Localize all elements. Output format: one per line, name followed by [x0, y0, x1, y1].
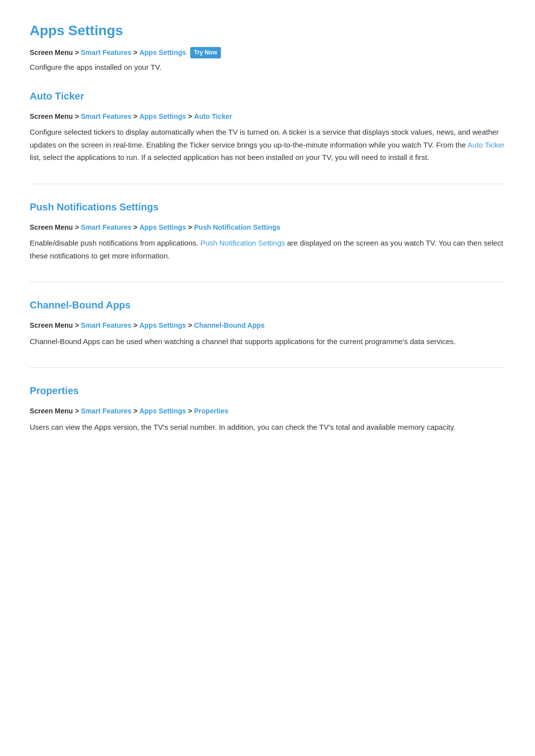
props-bc-sep3: >: [188, 405, 192, 416]
channel-bc-smart-features[interactable]: Smart Features: [81, 320, 131, 331]
push-bc-last[interactable]: Push Notification Settings: [194, 222, 280, 233]
push-body-link[interactable]: Push Notification Settings: [200, 239, 285, 247]
section-channel-bound-breadcrumb: Screen Menu > Smart Features > Apps Sett…: [30, 320, 505, 331]
auto-ticker-bc-sep1: >: [75, 111, 79, 122]
section-properties-body: Users can view the Apps version, the TV'…: [30, 421, 505, 434]
channel-bc-sep3: >: [188, 320, 192, 331]
push-bc-smart-features[interactable]: Smart Features: [81, 222, 131, 233]
section-properties: Properties Screen Menu > Smart Features …: [30, 383, 505, 433]
section-auto-ticker-title: Auto Ticker: [30, 88, 505, 104]
section-channel-bound-apps: Channel-Bound Apps Screen Menu > Smart F…: [30, 297, 505, 348]
section-push-notifications-body: Enable/disable push notifications from a…: [30, 237, 505, 262]
divider-3: [30, 367, 505, 368]
push-bc-sep1: >: [75, 222, 79, 233]
push-body-text1: Enable/disable push notifications from a…: [30, 239, 200, 247]
breadcrumb-apps-settings[interactable]: Apps Settings: [139, 47, 186, 58]
push-bc-screen-menu: Screen Menu: [30, 222, 73, 233]
channel-bc-sep2: >: [133, 320, 137, 331]
breadcrumb-sep2: >: [133, 47, 137, 58]
breadcrumb: Screen Menu > Smart Features > Apps Sett…: [30, 47, 505, 58]
channel-bc-screen-menu: Screen Menu: [30, 320, 73, 331]
props-bc-sep2: >: [133, 405, 137, 416]
breadcrumb-sep1: >: [75, 47, 79, 58]
section-properties-title: Properties: [30, 383, 505, 399]
props-bc-last[interactable]: Properties: [194, 405, 228, 416]
page-title: Apps Settings: [30, 20, 505, 42]
channel-bc-sep1: >: [75, 320, 79, 331]
section-auto-ticker-body: Configure selected tickers to display au…: [30, 126, 505, 164]
push-bc-sep3: >: [188, 222, 192, 233]
section-auto-ticker-breadcrumb: Screen Menu > Smart Features > Apps Sett…: [30, 111, 505, 122]
section-push-notifications: Push Notifications Settings Screen Menu …: [30, 199, 505, 262]
section-properties-breadcrumb: Screen Menu > Smart Features > Apps Sett…: [30, 405, 505, 416]
section-channel-bound-apps-title: Channel-Bound Apps: [30, 297, 505, 313]
auto-ticker-bc-apps-settings[interactable]: Apps Settings: [139, 111, 186, 122]
divider-1: [30, 184, 505, 184]
auto-ticker-body-text1: Configure selected tickers to display au…: [30, 128, 499, 149]
channel-bc-apps-settings[interactable]: Apps Settings: [139, 320, 186, 331]
section-auto-ticker: Auto Ticker Screen Menu > Smart Features…: [30, 88, 505, 164]
breadcrumb-smart-features[interactable]: Smart Features: [81, 47, 131, 58]
props-bc-apps-settings[interactable]: Apps Settings: [139, 405, 186, 416]
channel-bc-last[interactable]: Channel-Bound Apps: [194, 320, 265, 331]
push-bc-apps-settings[interactable]: Apps Settings: [139, 222, 186, 233]
props-bc-screen-menu: Screen Menu: [30, 405, 73, 416]
push-bc-sep2: >: [133, 222, 137, 233]
section-push-notifications-title: Push Notifications Settings: [30, 199, 505, 215]
page-subtitle: Configure the apps installed on your TV.: [30, 61, 505, 73]
section-channel-bound-apps-body: Channel-Bound Apps can be used when watc…: [30, 335, 505, 348]
try-now-badge[interactable]: Try Now: [190, 47, 221, 58]
auto-ticker-bc-sep2: >: [133, 111, 137, 122]
auto-ticker-body-link[interactable]: Auto Ticker: [468, 141, 505, 149]
auto-ticker-body-text2: list, select the applications to run. If…: [30, 153, 429, 161]
divider-2: [30, 282, 505, 282]
auto-ticker-bc-last[interactable]: Auto Ticker: [194, 111, 232, 122]
props-bc-sep1: >: [75, 405, 79, 416]
auto-ticker-bc-smart-features[interactable]: Smart Features: [81, 111, 131, 122]
breadcrumb-screen-menu: Screen Menu: [30, 47, 73, 58]
props-bc-smart-features[interactable]: Smart Features: [81, 405, 131, 416]
auto-ticker-bc-screen-menu: Screen Menu: [30, 111, 73, 122]
section-push-notifications-breadcrumb: Screen Menu > Smart Features > Apps Sett…: [30, 222, 505, 233]
auto-ticker-bc-sep3: >: [188, 111, 192, 122]
